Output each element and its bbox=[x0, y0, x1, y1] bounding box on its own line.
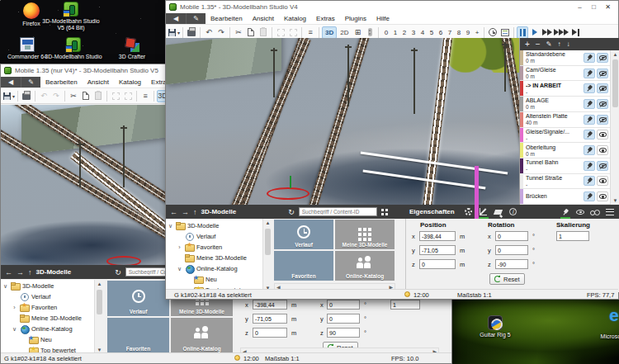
select-button[interactable] bbox=[110, 90, 121, 102]
play-button[interactable] bbox=[529, 26, 541, 39]
menu-item[interactable]: Bearbeiten bbox=[40, 77, 83, 87]
skip-end-button[interactable] bbox=[569, 26, 581, 39]
pin-object-button[interactable] bbox=[560, 206, 571, 217]
layer-row[interactable]: Altenstein Platte 40 m bbox=[520, 112, 610, 128]
catalog-tree-item[interactable]: ∨ Online-Katalog bbox=[1, 324, 94, 334]
print-button[interactable] bbox=[21, 90, 32, 102]
fastest-forward-button[interactable] bbox=[554, 26, 569, 39]
nav-up-icon[interactable]: ↑ bbox=[193, 208, 197, 216]
close-button[interactable]: ✕ bbox=[601, 2, 615, 13]
nav-forward-icon[interactable]: → bbox=[182, 208, 189, 216]
grid-view-button[interactable]: ⊞ bbox=[352, 26, 363, 39]
fast-forward-button[interactable] bbox=[541, 26, 553, 39]
rotation-gizmo[interactable] bbox=[106, 256, 141, 265]
layer-visibility-button[interactable] bbox=[597, 176, 608, 186]
tree-scrollbar[interactable]: ▲ ▼ bbox=[262, 219, 272, 292]
scrollbar-thumb[interactable] bbox=[612, 59, 618, 107]
menu-item[interactable]: Ansicht bbox=[248, 13, 279, 24]
expand-arrow-icon[interactable]: ∨ bbox=[12, 326, 17, 333]
signal-button[interactable] bbox=[364, 26, 376, 39]
layers-scrollbar[interactable]: ▲ ▼ bbox=[610, 50, 619, 205]
catalog-tree-item[interactable]: › Favoriten bbox=[1, 302, 94, 313]
catalog-tile[interactable]: Meine 3D-Modelle bbox=[335, 220, 395, 249]
paint-tab[interactable] bbox=[493, 206, 504, 217]
expand-arrow-icon[interactable]: ∨ bbox=[2, 283, 8, 290]
move-layer-down-button[interactable]: ↓ bbox=[566, 40, 569, 48]
catalog-tree-item[interactable]: ∨ 3D-Modelle bbox=[1, 281, 94, 291]
geometry-tab[interactable] bbox=[478, 206, 489, 217]
timer-button[interactable] bbox=[487, 26, 499, 39]
link-button[interactable] bbox=[589, 206, 601, 217]
camera-position-button[interactable]: 7 bbox=[445, 26, 454, 39]
layer-pin-button[interactable] bbox=[584, 69, 595, 78]
nav-back-icon[interactable]: ← bbox=[170, 208, 177, 216]
layer-row[interactable]: Oberleitung 0 m bbox=[520, 143, 610, 158]
undo-button[interactable]: ↶ bbox=[38, 90, 50, 102]
rotation-y-field[interactable] bbox=[495, 245, 528, 255]
search-input[interactable] bbox=[299, 207, 377, 216]
catalog-tree-item[interactable]: Verlauf bbox=[166, 231, 262, 242]
camera-position-button[interactable]: 9 bbox=[463, 26, 472, 39]
layer-pin-button[interactable] bbox=[584, 53, 595, 63]
layer-row[interactable]: Tunnel Bahn - bbox=[520, 158, 610, 174]
camera-position-button[interactable]: 4 bbox=[418, 26, 427, 39]
menu-item[interactable]: Plugins bbox=[340, 13, 371, 24]
layer-pin-button[interactable] bbox=[584, 145, 595, 155]
camera-position-button[interactable]: 5 bbox=[427, 26, 436, 39]
menu-item[interactable]: Extras bbox=[311, 13, 340, 24]
scale-field[interactable] bbox=[390, 300, 420, 310]
position-x-field[interactable] bbox=[419, 231, 456, 241]
catalog-tree-item[interactable]: Neu bbox=[1, 334, 94, 345]
catalog-tile[interactable]: Verlauf bbox=[274, 220, 333, 249]
reset-button[interactable]: Reset bbox=[489, 273, 525, 285]
layer-visibility-button[interactable] bbox=[597, 83, 608, 93]
scroll-up-icon[interactable]: ▲ bbox=[95, 280, 104, 288]
camera-position-button[interactable]: 8 bbox=[454, 26, 463, 39]
desktop-icon-edge[interactable]: Microsoft Ed bbox=[588, 315, 619, 340]
layer-row[interactable]: -> IN ARBEIT - bbox=[520, 81, 610, 97]
menu-item[interactable]: Hilfe bbox=[371, 13, 395, 24]
tree-scrollbar[interactable]: ▲ ▼ bbox=[94, 280, 104, 354]
grid-view-icon[interactable] bbox=[381, 209, 388, 215]
layer-pin-button[interactable] bbox=[584, 99, 595, 109]
camera-position-button[interactable]: + bbox=[472, 26, 481, 39]
layer-pin-button[interactable] bbox=[584, 176, 595, 186]
desktop-icon-3dcrafter[interactable]: 3D Crafter bbox=[107, 37, 157, 60]
layer-visibility-button[interactable] bbox=[597, 115, 608, 125]
rotation-z-field[interactable] bbox=[327, 328, 360, 338]
paste-button[interactable] bbox=[92, 90, 104, 102]
layer-visibility-button[interactable] bbox=[597, 53, 608, 63]
list-view-button[interactable]: ≡ bbox=[139, 90, 151, 102]
catalog-tile[interactable]: Online-Katalog bbox=[335, 251, 395, 281]
camera-position-button[interactable]: 3 bbox=[409, 26, 418, 39]
edit-mode-button[interactable]: ✎ bbox=[21, 77, 40, 87]
pause-button[interactable] bbox=[517, 26, 528, 39]
expand-arrow-icon[interactable]: ∨ bbox=[177, 266, 182, 272]
titlebar[interactable]: Mobile 1.35* - 3D-Modellbahn Studio V4 –… bbox=[166, 1, 618, 13]
catalog-tree-item[interactable]: Meine 3D-Modelle bbox=[1, 313, 94, 324]
layer-visibility-button[interactable] bbox=[597, 145, 608, 155]
panel-menu-button[interactable] bbox=[604, 206, 616, 217]
expand-arrow-icon[interactable]: › bbox=[177, 244, 182, 250]
edit-layer-button[interactable]: ✎ bbox=[546, 40, 552, 48]
cut-button[interactable]: ✂ bbox=[233, 26, 244, 39]
select-all-button[interactable] bbox=[287, 26, 299, 39]
menu-item[interactable]: Bearbeiten bbox=[206, 13, 248, 24]
list-view-button[interactable]: ≡ bbox=[305, 26, 316, 39]
view-3d-button[interactable]: 3D bbox=[322, 26, 337, 39]
scrollbar-thumb[interactable] bbox=[265, 229, 271, 255]
layer-pin-button[interactable] bbox=[584, 130, 595, 139]
window-studio-v4[interactable]: Mobile 1.35* - 3D-Modellbahn Studio V4 –… bbox=[165, 0, 619, 300]
add-layer-button[interactable]: + bbox=[525, 40, 530, 49]
back-button[interactable]: ◀ bbox=[166, 13, 186, 24]
new-page-button[interactable] bbox=[80, 90, 92, 102]
catalog-tree-item[interactable]: Neu bbox=[166, 274, 262, 285]
save-button[interactable]: ▾ bbox=[168, 26, 180, 39]
redo-button[interactable]: ↷ bbox=[215, 26, 227, 39]
nav-back-icon[interactable]: ← bbox=[5, 268, 12, 277]
maximize-button[interactable]: □ bbox=[587, 2, 601, 13]
camera-position-button[interactable]: 0 bbox=[381, 26, 390, 39]
camera-position-button[interactable]: 1 bbox=[390, 26, 399, 39]
select-all-button[interactable] bbox=[122, 90, 134, 102]
new-page-button[interactable] bbox=[245, 26, 257, 39]
